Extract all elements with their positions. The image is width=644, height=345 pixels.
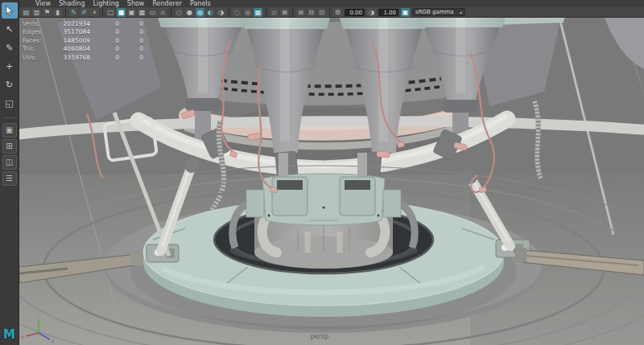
axis-y-label: y: [36, 314, 39, 320]
multisample-aa-icon[interactable]: ▦: [254, 8, 262, 17]
smooth-shade-icon[interactable]: ■: [117, 8, 126, 17]
hud-total-value: 4060804: [53, 45, 90, 52]
toolbar-separator: [266, 8, 266, 16]
hud-row: Edges:351708400: [23, 28, 143, 37]
points-icon[interactable]: ▫: [159, 8, 167, 17]
menu-item-view[interactable]: View: [35, 0, 51, 7]
hud-col2-value: 0: [90, 28, 119, 35]
toolbar-separator: [329, 8, 330, 16]
single-pane-layout[interactable]: ▣: [2, 123, 17, 138]
maya-viewport-window: ↖✎+↻◱ ▣⊞◫☰ M ViewShadingLightingShowRend…: [0, 0, 644, 345]
wireframe-icon[interactable]: □: [106, 8, 115, 17]
hud-label: Edges:: [23, 28, 53, 35]
grease-pencil-icon[interactable]: ✎: [69, 8, 78, 17]
flat-shade-icon[interactable]: ▩: [138, 8, 147, 17]
maya-logo: M: [3, 327, 15, 342]
hud-total-value: 3517084: [53, 28, 90, 35]
hud-col2-value: 0: [90, 54, 119, 61]
gamma-field[interactable]: 1.00: [378, 9, 398, 16]
camera-label: persp: [19, 333, 620, 340]
hud-label: Verts:: [23, 20, 53, 27]
toolbar-separator: [292, 8, 293, 16]
view-transform-dropdown[interactable]: sRGB gamma ▾: [412, 8, 465, 16]
hud-row: Tris:406080400: [23, 45, 143, 54]
hud-col3-value: 0: [119, 28, 143, 35]
hud-label: Faces:: [23, 37, 53, 44]
use-default-material-icon[interactable]: ○: [175, 8, 184, 17]
panel-menu-bar: ViewShadingLightingShowRendererPanels: [19, 0, 644, 7]
color-management-toggle-icon[interactable]: ▣: [401, 8, 410, 17]
menu-item-lighting[interactable]: Lighting: [93, 0, 118, 7]
tool-box: ↖✎+↻◱ ▣⊞◫☰ M: [0, 0, 19, 345]
bounding-box-icon[interactable]: ▭: [148, 8, 157, 17]
hud-row: Faces:148500900: [23, 36, 143, 45]
smooth-shade-wire-icon[interactable]: ▣: [127, 8, 136, 17]
lock-camera-icon[interactable]: ▮: [53, 8, 62, 17]
hud-col2-value: 0: [90, 45, 119, 52]
chevron-down-icon: ▾: [455, 10, 462, 15]
select-tool[interactable]: [2, 2, 18, 18]
hud-row: UVs:335976800: [23, 53, 143, 62]
hud-label: UVs:: [23, 54, 53, 61]
paint-icon[interactable]: ✐: [80, 8, 89, 17]
scale-tool[interactable]: ◱: [2, 95, 18, 111]
shadows-icon[interactable]: ◑: [217, 8, 225, 17]
gamma-icon[interactable]: ◑: [367, 8, 376, 17]
lasso-select-tool[interactable]: ↖: [2, 21, 18, 37]
menu-item-shading[interactable]: Shading: [59, 0, 85, 7]
four-pane-layout[interactable]: ⊞: [2, 139, 17, 154]
camera-bookmark-icon[interactable]: ⚑: [43, 8, 52, 17]
hud-col3-value: 0: [119, 54, 143, 61]
textured-display-icon[interactable]: ◍: [196, 8, 204, 17]
gate-mask-icon[interactable]: ⊡: [317, 8, 326, 17]
viewport-canvas[interactable]: y x z: [19, 18, 644, 345]
toolbox-divider: [2, 117, 17, 118]
panel-toolbar: ▤▥⚑▮✎✐⌖□■▣▩▭▫○●◍◐◑◌◎▦▱⊠⊞⊟⊡ ⚙ 0.00 ◑ 1.00…: [19, 7, 644, 18]
xray-icon[interactable]: ⊠: [280, 8, 289, 17]
outliner-pane-layout[interactable]: ☰: [2, 171, 17, 186]
hud-total-value: 2021934: [53, 20, 90, 27]
view-transform-value: sRGB gamma: [415, 9, 454, 15]
shaded-display-icon[interactable]: ●: [185, 8, 194, 17]
perspective-viewport[interactable]: y x z Verts:202193400Edges:351708400Face…: [19, 18, 644, 345]
two-d-pan-zoom-icon[interactable]: ▥: [32, 8, 41, 17]
menu-item-panels[interactable]: Panels: [190, 0, 211, 7]
toolbar-separator: [229, 8, 229, 16]
hud-col3-value: 0: [119, 37, 143, 44]
two-pane-layout[interactable]: ◫: [2, 155, 17, 170]
poly-count-hud: Verts:202193400Edges:351708400Faces:1485…: [23, 19, 143, 62]
hud-col3-value: 0: [119, 45, 143, 52]
resolution-gate-icon[interactable]: ⊟: [307, 8, 316, 17]
lighting-icon[interactable]: ◐: [206, 8, 215, 17]
hud-row: Verts:202193400: [23, 19, 143, 28]
marker-icon[interactable]: ⌖: [90, 8, 99, 17]
field-chart-icon[interactable]: ⊞: [296, 8, 305, 17]
move-tool[interactable]: +: [2, 58, 18, 74]
menu-item-renderer[interactable]: Renderer: [152, 0, 182, 7]
toolbar-separator: [65, 8, 66, 16]
exposure-field[interactable]: 0.00: [345, 9, 365, 16]
hud-label: Tris:: [23, 45, 53, 52]
toolbar-separator: [171, 8, 171, 16]
menu-item-show[interactable]: Show: [127, 0, 145, 7]
isolate-select-icon[interactable]: ▱: [270, 8, 279, 17]
motion-blur-icon[interactable]: ◎: [243, 8, 252, 17]
screen-space-ao-icon[interactable]: ◌: [233, 8, 242, 17]
toolbar-separator: [102, 8, 103, 16]
hud-col2-value: 0: [90, 37, 119, 44]
rotate-tool[interactable]: ↻: [2, 76, 18, 92]
image-plane-icon[interactable]: ▤: [22, 8, 31, 17]
hud-total-value: 1485009: [53, 37, 90, 44]
hud-col3-value: 0: [119, 20, 143, 27]
cursor-arrow-icon: [4, 5, 15, 16]
exposure-icon[interactable]: ⚙: [333, 8, 342, 17]
hud-col2-value: 0: [90, 20, 119, 27]
hud-total-value: 3359768: [53, 54, 90, 61]
paint-select-tool[interactable]: ✎: [2, 39, 18, 55]
